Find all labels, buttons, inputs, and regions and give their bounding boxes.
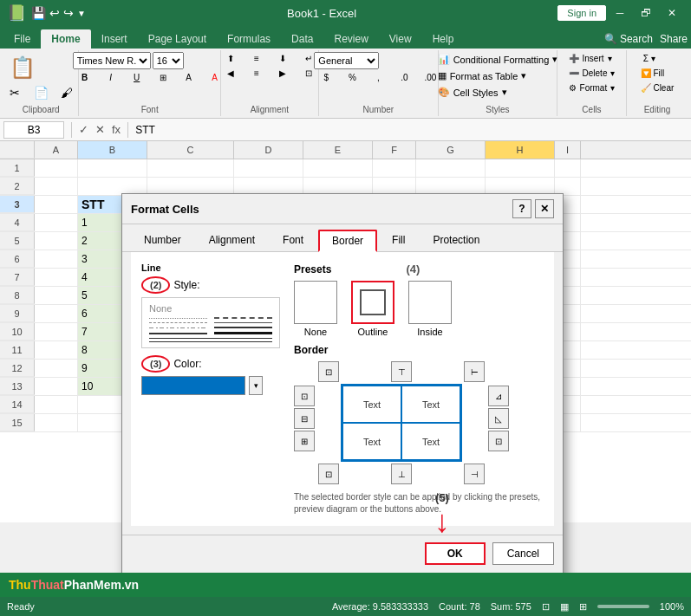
share-button[interactable]: Share <box>660 33 688 45</box>
col-header-B[interactable]: B <box>78 141 147 159</box>
tab-help[interactable]: Help <box>422 29 465 49</box>
search-box[interactable]: 🔍 Search <box>604 33 653 45</box>
conditional-formatting-button[interactable]: 📊 Conditional Formatting ▾ <box>434 52 562 67</box>
bold-button[interactable]: B <box>73 71 97 84</box>
cell-E1[interactable] <box>303 159 373 177</box>
tab-number[interactable]: Number <box>131 230 194 251</box>
border-bot-left-button[interactable]: ⊞ <box>294 431 315 451</box>
font-size-select[interactable]: 16 <box>153 52 184 69</box>
formula-check-icon[interactable]: ✓ <box>79 123 88 136</box>
align-center-button[interactable]: ≡ <box>244 67 269 80</box>
cell-G1[interactable] <box>416 159 486 177</box>
align-bottom-button[interactable]: ⬇ <box>271 52 295 65</box>
zoom-slider[interactable] <box>597 605 649 608</box>
tab-protection[interactable]: Protection <box>420 230 492 251</box>
border-top-left-button[interactable]: ⊡ <box>294 386 315 406</box>
customize-icon[interactable]: ▼ <box>77 9 86 18</box>
italic-button[interactable]: I <box>99 71 123 84</box>
number-format-select[interactable]: General <box>314 52 379 69</box>
cancel-button[interactable]: Cancel <box>492 542 554 565</box>
tab-view[interactable]: View <box>379 29 422 49</box>
formula-cancel-icon[interactable]: ✕ <box>95 123 105 136</box>
border-top-right-button[interactable]: ⊢ <box>464 361 485 382</box>
insert-button[interactable]: ➕ Insert ▾ <box>565 52 616 65</box>
tab-insert[interactable]: Insert <box>91 29 138 49</box>
border-top-button[interactable]: ⊡ <box>318 361 339 382</box>
fill-button[interactable]: 🔽 Fill <box>637 67 668 80</box>
line-style-options[interactable]: None <box>141 297 280 348</box>
align-right-button[interactable]: ▶ <box>271 67 295 80</box>
cell-B1[interactable] <box>78 159 147 177</box>
tab-file[interactable]: File <box>3 29 41 49</box>
col-header-E[interactable]: E <box>303 141 373 159</box>
paste-button[interactable]: 📋 <box>3 52 42 83</box>
undo-icon[interactable]: ↩ <box>49 6 60 20</box>
tab-formulas[interactable]: Formulas <box>217 29 281 49</box>
cell-F1[interactable] <box>373 159 416 177</box>
close-button[interactable]: ✕ <box>660 1 684 25</box>
cell-A1[interactable] <box>35 159 78 177</box>
align-left-button[interactable]: ◀ <box>218 67 243 80</box>
dialog-help-button[interactable]: ? <box>512 199 531 218</box>
cell-D1[interactable] <box>234 159 303 177</box>
preset-inside-button[interactable] <box>408 281 452 324</box>
insert-function-icon[interactable]: fx <box>112 123 121 136</box>
cell-H1[interactable] <box>486 159 555 177</box>
dialog-close-button[interactable]: ✕ <box>535 199 554 218</box>
tab-page-layout[interactable]: Page Layout <box>138 29 217 49</box>
tab-font[interactable]: Font <box>270 230 316 251</box>
border-diag-right-button[interactable]: ⊿ <box>488 386 509 406</box>
align-middle-button[interactable]: ≡ <box>244 52 269 65</box>
col-header-C[interactable]: C <box>147 141 234 159</box>
save-icon[interactable]: 💾 <box>31 6 46 20</box>
color-swatch[interactable] <box>141 376 245 395</box>
ok-button[interactable]: OK <box>425 542 486 565</box>
cell-C1[interactable] <box>147 159 234 177</box>
tab-border[interactable]: Border <box>318 230 377 252</box>
format-button[interactable]: ⚙ Format ▾ <box>565 81 619 94</box>
percent-button[interactable]: % <box>340 71 364 84</box>
view-layout-icon[interactable]: ▦ <box>560 601 569 613</box>
copy-button[interactable]: 📄 <box>29 84 53 101</box>
font-family-select[interactable]: Times New R... <box>73 52 151 69</box>
border-top-mid-button[interactable]: ⊤ <box>391 361 412 382</box>
border-btm-right-button[interactable]: ⊣ <box>464 464 485 484</box>
view-break-icon[interactable]: ⊞ <box>579 601 587 613</box>
underline-button[interactable]: U <box>125 71 149 84</box>
tab-home[interactable]: Home <box>41 29 90 49</box>
currency-button[interactable]: $ <box>314 71 338 84</box>
col-header-I[interactable]: I <box>555 141 581 159</box>
border-diag-left-button[interactable]: ◺ <box>488 408 509 429</box>
comma-button[interactable]: , <box>366 71 390 84</box>
col-header-G[interactable]: G <box>416 141 486 159</box>
tab-data[interactable]: Data <box>281 29 323 49</box>
border-right-button[interactable]: ⊡ <box>488 431 509 451</box>
cell-I1[interactable] <box>555 159 581 177</box>
col-header-H[interactable]: H <box>486 141 555 159</box>
line-solid-option[interactable] <box>146 330 276 336</box>
tab-alignment[interactable]: Alignment <box>196 230 268 251</box>
fill-color-button[interactable]: A <box>177 71 201 84</box>
view-normal-icon[interactable]: ⊡ <box>542 601 550 613</box>
clear-button[interactable]: 🧹 Clear <box>637 81 678 94</box>
border-btm-left-button[interactable]: ⊡ <box>318 464 339 484</box>
border-button[interactable]: ⊞ <box>151 71 175 84</box>
col-header-F[interactable]: F <box>373 141 416 159</box>
align-top-button[interactable]: ⬆ <box>218 52 243 65</box>
preset-outline-button[interactable] <box>351 281 394 324</box>
border-mid-left-button[interactable]: ⊟ <box>294 408 315 429</box>
format-as-table-button[interactable]: ▦ Format as Table ▾ <box>434 68 531 83</box>
border-btm-mid-button[interactable]: ⊥ <box>391 464 412 484</box>
formula-input[interactable] <box>135 124 688 136</box>
sign-in-button[interactable]: Sign in <box>557 5 606 21</box>
color-dropdown-button[interactable]: ▾ <box>249 376 263 395</box>
cut-button[interactable]: ✂ <box>3 84 27 101</box>
line-none-option[interactable]: None <box>146 302 276 315</box>
cell-styles-button[interactable]: 🎨 Cell Styles ▾ <box>434 85 511 100</box>
preset-none-button[interactable] <box>294 281 337 324</box>
restore-button[interactable]: 🗗 <box>634 1 658 25</box>
delete-button[interactable]: ➖ Delete ▾ <box>565 67 619 80</box>
col-header-A[interactable]: A <box>35 141 78 159</box>
tab-fill[interactable]: Fill <box>379 230 418 251</box>
autosum-button[interactable]: Σ ▾ <box>637 52 662 65</box>
